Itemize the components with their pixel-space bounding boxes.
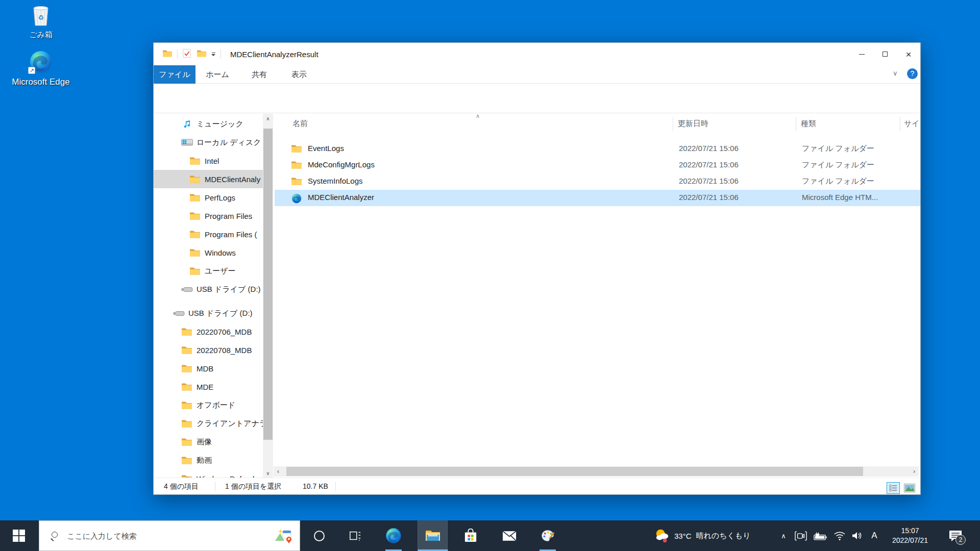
ime-mode-indicator[interactable]: A — [868, 520, 881, 551]
sidebar-scrollbar[interactable]: ∧ ∨ — [263, 114, 273, 479]
meet-now-icon[interactable] — [793, 520, 808, 551]
scroll-up-icon[interactable]: ∧ — [263, 114, 273, 124]
search-icon — [51, 532, 59, 540]
taskbar-store-button[interactable] — [458, 520, 483, 551]
sidebar-item[interactable]: 動画 — [154, 451, 263, 469]
folder-icon — [291, 177, 302, 187]
task-view-button[interactable] — [343, 520, 368, 551]
column-divider[interactable] — [900, 117, 900, 131]
expand-ribbon-icon[interactable]: ∨ — [893, 69, 898, 77]
sidebar-item[interactable]: Windows — [154, 243, 263, 262]
minimize-button[interactable] — [850, 43, 873, 65]
scrollbar-thumb[interactable] — [286, 467, 863, 476]
weather-widget[interactable]: 33°C 晴れのちくもり — [654, 520, 751, 551]
taskbar-mail-button[interactable] — [497, 520, 522, 551]
help-icon[interactable]: ? — [907, 68, 918, 79]
tab-home[interactable]: ホーム — [195, 65, 239, 84]
search-highlights-icon[interactable] — [274, 528, 292, 544]
usb-icon — [181, 286, 193, 293]
column-header-name[interactable]: 名前 — [292, 119, 308, 129]
volume-icon[interactable] — [849, 520, 865, 551]
file-modified-date: 2022/07/21 15:06 — [679, 144, 739, 153]
sidebar-item-label: オフボード — [197, 400, 235, 410]
taskbar-paint-button[interactable] — [535, 520, 560, 551]
sidebar-item[interactable]: ミュージック — [154, 115, 263, 133]
action-center-button[interactable]: 2 — [944, 520, 967, 551]
tab-share[interactable]: 共有 — [239, 65, 279, 84]
sidebar-item[interactable]: ユーザー — [154, 262, 263, 280]
file-row[interactable]: MdeConfigMgrLogs2022/07/21 15:06ファイル フォル… — [275, 157, 920, 173]
window-title: MDEClientAnalyzerResult — [230, 50, 318, 59]
column-header-type[interactable]: 種類 — [801, 119, 816, 129]
file-name: SystemInfoLogs — [308, 177, 363, 185]
sidebar-item[interactable]: 20220708_MDB — [154, 341, 263, 359]
column-header-modified[interactable]: 更新日時 — [678, 119, 708, 129]
windows-logo-icon — [13, 530, 25, 542]
maximize-button[interactable] — [873, 43, 897, 65]
sidebar-item-label: ローカル ディスク (C — [197, 138, 263, 147]
close-button[interactable]: × — [897, 43, 920, 65]
column-header-size[interactable]: サイズ — [904, 119, 920, 129]
show-hidden-icons-chevron[interactable]: ∧ — [777, 520, 790, 551]
navigation-pane: ミュージックローカル ディスク (CIntelMDEClientAnalyPer… — [154, 114, 263, 479]
horizontal-scrollbar[interactable]: ‹ › — [274, 466, 919, 477]
weather-desc: 晴れのちくもり — [696, 531, 751, 541]
sidebar-item-label: Program Files — [205, 212, 252, 220]
sidebar-item[interactable]: USB ドライブ (D:) — [154, 304, 263, 322]
sidebar-item-label: クライアントアナライ — [197, 419, 263, 429]
taskbar-search-box[interactable] — [39, 520, 300, 551]
edge-desktop-icon[interactable]: ↗ Microsoft Edge — [0, 50, 82, 87]
battery-icon[interactable] — [813, 520, 828, 551]
sidebar-item[interactable]: PerfLogs — [154, 188, 263, 207]
sidebar-item[interactable]: Intel — [154, 152, 263, 170]
sidebar-item[interactable]: クライアントアナライ — [154, 414, 263, 433]
scroll-down-icon[interactable]: ∨ — [263, 468, 273, 479]
usb-icon — [173, 310, 185, 317]
qat-properties-button[interactable] — [183, 48, 191, 60]
recycle-bin-desktop-icon[interactable]: ♻ ごみ箱 — [0, 3, 82, 40]
column-divider[interactable] — [796, 117, 796, 131]
large-icons-view-button[interactable] — [903, 482, 916, 494]
sidebar-item[interactable]: Program Files — [154, 207, 263, 225]
start-button[interactable] — [0, 520, 37, 551]
scroll-right-icon[interactable]: › — [911, 466, 918, 477]
file-type: Microsoft Edge HTM... — [802, 193, 878, 202]
sidebar-item-label: ユーザー — [205, 266, 236, 276]
cortana-button[interactable] — [307, 520, 331, 551]
clock-date: 2022/07/21 — [892, 536, 928, 545]
column-divider[interactable] — [673, 117, 673, 131]
qat-new-folder-button[interactable] — [197, 49, 206, 59]
sidebar-item[interactable]: ローカル ディスク (C — [154, 133, 263, 152]
disk-icon — [181, 139, 193, 146]
taskbar-search-input[interactable] — [67, 532, 274, 540]
file-row[interactable]: MDEClientAnalyzer2022/07/21 15:06Microso… — [275, 190, 920, 206]
sidebar-item-label: 20220708_MDB — [197, 346, 252, 355]
wifi-icon[interactable] — [832, 520, 847, 551]
tab-file[interactable]: ファイル — [154, 65, 195, 84]
taskbar-explorer-button[interactable] — [418, 520, 448, 551]
sidebar-item[interactable]: 画像 — [154, 433, 263, 451]
folder-icon — [181, 438, 193, 446]
sort-ascending-icon: ∧ — [476, 114, 480, 119]
sidebar-item[interactable]: MDEClientAnaly — [154, 170, 263, 188]
scroll-left-icon[interactable]: ‹ — [275, 466, 282, 477]
details-view-button[interactable] — [887, 482, 900, 494]
sidebar-item[interactable]: USB ドライブ (D:) — [154, 280, 263, 298]
qat-customize-icon[interactable] — [211, 53, 215, 56]
tab-view[interactable]: 表示 — [279, 65, 319, 84]
file-row[interactable]: SystemInfoLogs2022/07/21 15:06ファイル フォルダー — [275, 173, 920, 190]
taskbar-edge-button[interactable] — [381, 520, 406, 551]
sidebar-item[interactable]: MDB — [154, 359, 263, 378]
sidebar-item[interactable]: オフボード — [154, 396, 263, 414]
sidebar-item[interactable]: 20220706_MDB — [154, 322, 263, 341]
sidebar-item[interactable]: MDE — [154, 378, 263, 396]
file-list-pane: ∧ 名前 更新日時 種類 サイズ EventLogs2022/07/21 15:… — [274, 114, 920, 479]
clock[interactable]: 15:07 2022/07/21 — [886, 520, 934, 551]
sidebar-item[interactable]: Program Files ( — [154, 225, 263, 243]
scrollbar-thumb[interactable] — [263, 129, 273, 440]
file-row[interactable]: EventLogs2022/07/21 15:06ファイル フォルダー — [275, 141, 920, 157]
separator — [177, 49, 178, 59]
weather-temp: 33°C — [674, 532, 692, 540]
sidebar-item-label: MDE — [197, 383, 213, 391]
sidebar-item-label: PerfLogs — [205, 193, 235, 202]
